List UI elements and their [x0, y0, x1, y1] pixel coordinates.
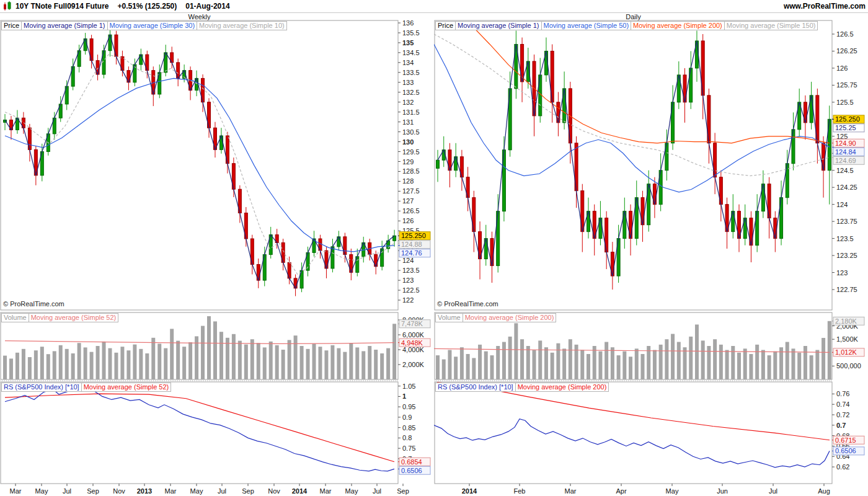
- x-tick-label: May: [345, 487, 358, 495]
- legend-item[interactable]: RS (S&P500 Index) [*10]: [435, 383, 516, 392]
- y-tick-label: 122.75: [836, 286, 857, 293]
- y-tick-label: 0.76: [836, 390, 849, 397]
- legend-item[interactable]: Price: [435, 21, 456, 30]
- y-tick-label: 4,000K: [402, 346, 425, 353]
- y-tick-label: 123: [402, 277, 414, 284]
- y-tick-label: 1: [402, 392, 406, 400]
- y-tick-label: 0.72: [836, 411, 849, 418]
- x-tick-label: Jul: [769, 487, 777, 495]
- legend-item[interactable]: Price: [1, 21, 22, 30]
- y-tick-label: 126.5: [402, 207, 420, 215]
- legend-item[interactable]: Moving average (Simple 150): [724, 21, 818, 30]
- y-tick-label: 126.25: [836, 47, 857, 55]
- y-tick-label: 122.5: [402, 286, 420, 294]
- legend-item[interactable]: Moving average (Simple 1): [21, 21, 107, 30]
- y-tick-label: 129.5: [402, 148, 420, 156]
- value-badge-label: 125.250: [835, 115, 860, 123]
- y-tick-label: 0.7: [836, 422, 846, 429]
- x-tick-label: Sep: [242, 487, 254, 495]
- value-badge-label: 124.88: [401, 241, 422, 248]
- y-tick-label: 124.5: [836, 167, 854, 174]
- x-tick-label: May: [666, 487, 679, 495]
- daily-chart-canvas[interactable]: 122.75123123.25123.5123.75124124.25124.5…: [434, 14, 868, 496]
- x-tick-label: Jul: [218, 487, 226, 495]
- x-tick-label: Nov: [113, 487, 125, 495]
- watermark: © ProRealTime.com: [437, 300, 498, 308]
- x-tick-label: May: [35, 487, 48, 495]
- legend-item[interactable]: RS (S&P500 Index) [*10]: [1, 383, 82, 392]
- legend-item[interactable]: Volume: [435, 313, 463, 322]
- y-tick-label: 124: [836, 201, 848, 208]
- y-tick-label: 122: [402, 296, 414, 304]
- legend-item[interactable]: Volume: [1, 313, 29, 322]
- value-badge-label: 4,948K: [401, 339, 423, 347]
- y-tick-label: 123.75: [836, 218, 857, 225]
- value-badge-label: 1,012K: [835, 348, 857, 356]
- x-tick-label: Mar: [165, 487, 177, 495]
- prorealtime-workspace: 10Y TNote Full0914 Future +0.51% (125.25…: [0, 0, 868, 496]
- daily-volume-legend: VolumeMoving average (Simple 200): [435, 313, 556, 322]
- y-tick-label: 130: [402, 138, 414, 146]
- value-badge-label: 124.90: [835, 140, 856, 147]
- value-badge-label: 0.6506: [835, 447, 856, 454]
- value-badge-label: 124.69: [835, 157, 856, 164]
- value-badge-label: 7,478K: [401, 320, 423, 327]
- panel-border: [1, 382, 398, 484]
- legend-item[interactable]: Moving average (Simple 1): [455, 21, 541, 30]
- chart-group-weekly: Weekly 122122.5123123.5124124.5125125.51…: [0, 0, 434, 496]
- weekly-chart-canvas[interactable]: 122122.5123123.5124124.5125125.5126126.5…: [0, 14, 434, 496]
- x-tick-label: Feb: [514, 487, 526, 495]
- legend-item[interactable]: Moving average (Simple 52): [29, 313, 119, 322]
- y-tick-label: 0.75: [402, 445, 415, 452]
- y-tick-label: 126: [836, 64, 848, 72]
- value-badge-label: 124.76: [401, 249, 422, 257]
- legend-item[interactable]: Moving average (Simple 200): [463, 313, 557, 322]
- legend-item[interactable]: Moving average (Simple 200): [515, 383, 609, 392]
- y-tick-label: 125.5: [836, 99, 854, 106]
- y-tick-label: 0.74: [836, 401, 849, 408]
- x-tick-label: Jul: [373, 487, 381, 495]
- y-tick-label: 127.5: [402, 187, 420, 195]
- x-tick-label: Mar: [565, 487, 577, 495]
- legend-item[interactable]: Moving average (Simple 200): [631, 21, 725, 30]
- legend-item[interactable]: Moving average (Simple 10): [197, 21, 287, 30]
- x-tick-label: 2014: [462, 487, 477, 495]
- weekly-volume-legend: VolumeMoving average (Simple 52): [1, 313, 118, 322]
- y-tick-label: 135.5: [402, 29, 420, 37]
- y-tick-label: 123.5: [836, 235, 854, 242]
- y-tick-label: 0.62: [836, 463, 849, 471]
- y-tick-label: 128.5: [402, 167, 420, 175]
- y-tick-label: 123.5: [402, 267, 420, 274]
- y-tick-label: 132.5: [402, 89, 420, 96]
- value-badge-label: 125.25: [835, 124, 856, 131]
- x-tick-label: May: [190, 487, 203, 495]
- y-tick-label: 123.25: [836, 252, 857, 259]
- y-tick-label: 500,000: [836, 362, 861, 370]
- legend-item[interactable]: Moving average (Simple 50): [541, 21, 632, 30]
- y-tick-label: 1,500K: [836, 335, 859, 343]
- legend-item[interactable]: Moving average (Simple 52): [81, 383, 172, 392]
- value-badge-label: 0.6506: [401, 467, 422, 474]
- y-tick-label: 125.75: [836, 81, 857, 89]
- y-tick-label: 133: [402, 79, 414, 86]
- x-tick-label: Apr: [616, 487, 626, 495]
- y-tick-label: 134: [402, 59, 414, 66]
- y-tick-label: 127: [402, 197, 414, 205]
- x-tick-label: Aug: [818, 487, 830, 495]
- y-tick-label: 129: [402, 158, 414, 166]
- x-tick-label: Sep: [87, 487, 99, 495]
- y-tick-label: 123: [836, 269, 848, 277]
- value-badge-label: 0.6854: [401, 458, 422, 466]
- y-tick-label: 126.5: [836, 30, 854, 38]
- y-tick-label: 124: [402, 257, 414, 264]
- value-badge-label: 124.84: [835, 148, 856, 156]
- y-tick-label: 0.8: [402, 434, 412, 441]
- weekly-price-legend: PriceMoving average (Simple 1)Moving ave…: [1, 21, 287, 30]
- legend-item[interactable]: Moving average (Simple 30): [107, 21, 198, 30]
- panel-border: [435, 20, 832, 310]
- y-tick-label: 133.5: [402, 69, 420, 76]
- x-tick-label: Mar: [10, 487, 22, 495]
- y-tick-label: 136: [402, 19, 414, 27]
- weekly-rs-legend: RS (S&P500 Index) [*10]Moving average (S…: [1, 383, 171, 392]
- chart-group-daily: Daily 122.75123123.25123.5123.75124124.2…: [434, 0, 868, 496]
